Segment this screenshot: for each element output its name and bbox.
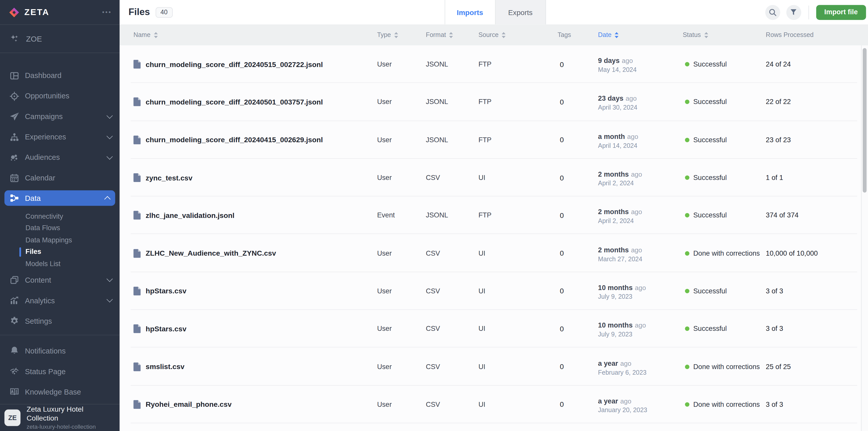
sidebar-item-analytics[interactable]: Analytics	[0, 290, 120, 311]
partial-next-row	[120, 423, 868, 431]
sparkles-icon	[9, 33, 20, 44]
file-icon	[133, 60, 141, 69]
tab-imports[interactable]: Imports	[444, 0, 495, 25]
sidebar-item-audiences[interactable]: Audiences	[0, 147, 120, 167]
sort-icon	[502, 32, 506, 38]
file-icon	[133, 98, 141, 106]
sidebar-subitem-models-list[interactable]: Models List	[0, 258, 120, 270]
file-name: hpStars.csv	[146, 325, 186, 333]
sidebar-item-campaigns[interactable]: Campaigns	[0, 106, 120, 127]
status-cell: Successful	[683, 325, 766, 333]
sidebar-subitem-files[interactable]: Files	[0, 246, 120, 258]
source-cell: FTP	[478, 60, 558, 68]
file-icon	[133, 325, 141, 333]
date-cell: a yearago February 6, 2023	[598, 358, 683, 375]
sidebar-item-data[interactable]: Data	[4, 190, 115, 206]
type-cell: User	[377, 363, 426, 370]
sidebar-subitem-data-flows[interactable]: Data Flows	[0, 222, 120, 234]
status-badge: Done with corrections	[693, 363, 760, 370]
account-avatar: ZE	[4, 409, 21, 426]
type-cell: User	[377, 287, 426, 295]
column-header-name[interactable]: Name	[133, 32, 377, 38]
sidebar-item-opportunities[interactable]: Opportunities	[0, 86, 120, 106]
rows-processed-cell: 3 of 3	[766, 325, 868, 333]
tags-cell: 0	[558, 136, 598, 144]
source-cell: FTP	[478, 211, 558, 219]
sidebar-item-zoe[interactable]: ZOE	[0, 25, 120, 53]
sidebar-item-notifications[interactable]: Notifications	[0, 340, 120, 361]
paper-plane-icon	[9, 111, 20, 121]
status-cell: Successful	[683, 211, 766, 219]
table-row[interactable]: churn_modeling_score_diff_20240515_00272…	[120, 45, 868, 83]
filter-button[interactable]	[786, 5, 801, 20]
sidebar-item-experiences[interactable]: Experiences	[0, 127, 120, 147]
column-header-type[interactable]: Type	[377, 32, 426, 38]
date-cell: 23 daysago April 30, 2024	[598, 93, 683, 111]
sidebar-item-dashboard[interactable]: Dashboard	[0, 65, 120, 86]
status-dot-icon	[685, 364, 689, 369]
file-name: hpStars.csv	[146, 287, 186, 295]
sidebar-item-status-page[interactable]: Status Page	[0, 361, 120, 382]
column-header-status[interactable]: Status	[683, 32, 766, 38]
status-cell: Done with corrections	[683, 249, 766, 257]
file-name: zlhc_jane_validation.jsonl	[146, 211, 235, 220]
rows-processed-cell: 22 of 22	[766, 98, 868, 106]
sidebar-secondary-nav: Notifications Status Page Knowledge Base	[0, 340, 120, 402]
chevron-down-icon	[106, 276, 113, 282]
analytics-icon	[9, 295, 20, 305]
source-cell: UI	[478, 400, 558, 408]
import-file-button[interactable]: Import file	[816, 5, 866, 20]
table-row[interactable]: hpStars.csv User CSV UI 0 10 monthsago J…	[120, 310, 868, 347]
target-icon	[9, 91, 20, 101]
sidebar-item-knowledge-base[interactable]: Knowledge Base	[0, 382, 120, 402]
sort-icon	[394, 32, 398, 38]
sidebar-subitem-connectivity[interactable]: Connectivity	[0, 210, 120, 222]
sidebar-item-content[interactable]: Content	[0, 270, 120, 290]
column-header-source[interactable]: Source	[478, 32, 558, 38]
status-badge: Done with corrections	[693, 249, 760, 257]
account-switcher[interactable]: ZE Zeta Luxury Hotel Collection zeta-lux…	[0, 404, 120, 431]
status-dot-icon	[685, 289, 689, 293]
format-cell: CSV	[426, 174, 478, 181]
file-icon	[133, 400, 141, 409]
tags-cell: 0	[558, 362, 598, 371]
chevron-down-icon	[106, 112, 113, 119]
table-row[interactable]: hpStars.csv User CSV UI 0 10 monthsago J…	[120, 272, 868, 310]
org-chart-icon	[9, 132, 20, 142]
table-row[interactable]: zync_test.csv User CSV UI 0 2 monthsago …	[120, 159, 868, 197]
type-cell: User	[377, 325, 426, 333]
table-row[interactable]: smslist.csv User CSV UI 0 a yearago Febr…	[120, 347, 868, 386]
date-cell: 10 monthsago July 9, 2023	[598, 320, 683, 337]
column-header-format[interactable]: Format	[426, 32, 478, 38]
scrollbar-thumb[interactable]	[863, 48, 866, 193]
app: ZETA ••• ZOE Dashboard Opportunities Cam…	[0, 0, 868, 431]
status-dot-icon	[685, 62, 689, 66]
table-row[interactable]: churn_modeling_score_diff_20240501_00375…	[120, 83, 868, 121]
sidebar-overflow-menu[interactable]: •••	[102, 9, 112, 15]
status-badge: Successful	[693, 98, 727, 106]
chevron-down-icon	[106, 153, 113, 160]
sidebar-subitem-data-mappings[interactable]: Data Mappings	[0, 234, 120, 246]
table-row[interactable]: churn_modeling_score_diff_20240415_00262…	[120, 121, 868, 159]
format-cell: JSONL	[426, 60, 478, 68]
sort-icon	[450, 32, 453, 38]
table-row[interactable]: Ryohei_email_phone.csv User CSV UI 0 a y…	[120, 386, 868, 423]
format-cell: CSV	[426, 249, 478, 257]
search-button[interactable]	[765, 5, 780, 20]
sidebar-item-calendar[interactable]: Calendar	[0, 168, 120, 188]
date-cell: a monthago April 14, 2024	[598, 131, 683, 148]
type-cell: User	[377, 400, 426, 408]
table-row[interactable]: zlhc_jane_validation.jsonl Event JSONL F…	[120, 197, 868, 234]
tab-exports[interactable]: Exports	[495, 0, 546, 25]
table-row[interactable]: ZLHC_New_Audience_with_ZYNC.csv User CSV…	[120, 234, 868, 272]
files-count-badge: 40	[155, 7, 173, 17]
status-cell: Successful	[683, 136, 766, 143]
header-divider	[808, 5, 809, 19]
status-badge: Successful	[693, 211, 727, 219]
column-header-date[interactable]: Date	[598, 32, 683, 38]
status-badge: Successful	[693, 60, 727, 68]
sidebar-item-settings[interactable]: Settings	[0, 311, 120, 331]
zoe-label: ZOE	[26, 34, 42, 43]
format-cell: CSV	[426, 325, 478, 333]
status-cell: Successful	[683, 174, 766, 181]
